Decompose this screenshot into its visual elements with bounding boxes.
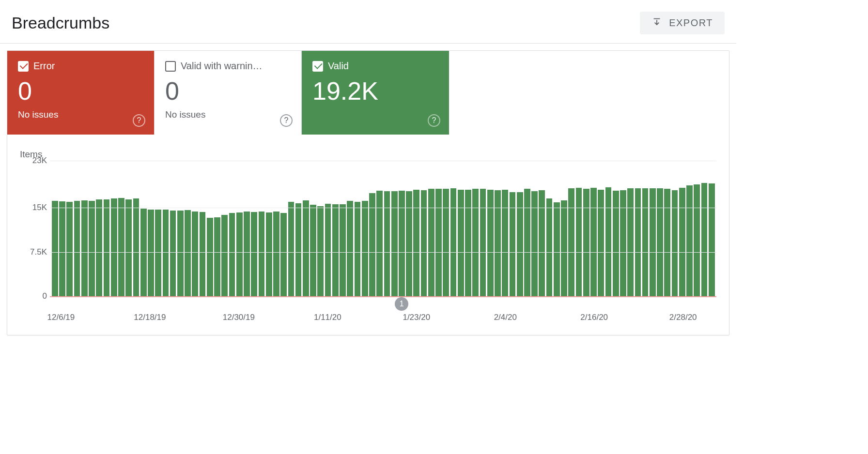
chart-bar [686, 185, 693, 296]
tab-warn-sub: No issues [165, 109, 291, 120]
x-tick-label: 1/23/20 [403, 313, 430, 322]
chart-bar [598, 190, 604, 296]
chart-y-label: Items [20, 149, 716, 160]
tab-valid-label: Valid [328, 61, 349, 72]
chart-bar [325, 204, 331, 296]
chart-bar [701, 183, 708, 296]
status-tabs: Error 0 No issues ? Valid with warnin… 0… [7, 51, 729, 135]
chart-bar [679, 188, 685, 296]
y-tick-label: 23K [20, 156, 47, 166]
y-tick-label: 0 [20, 291, 47, 301]
chart-bar [554, 202, 560, 296]
checkbox-unchecked-icon [165, 61, 176, 72]
tab-error[interactable]: Error 0 No issues ? [7, 51, 155, 135]
chart-bar [694, 184, 700, 296]
checkbox-checked-icon [18, 61, 29, 72]
chart-bar [576, 188, 582, 296]
chart-bar [531, 191, 538, 296]
chart-bar [709, 183, 715, 296]
tab-warn-value: 0 [165, 76, 291, 106]
chart-bar [369, 193, 375, 296]
chart-bar [59, 201, 65, 296]
chart-bar [642, 188, 649, 296]
chart-bar [347, 201, 353, 296]
chart-bar [428, 189, 434, 296]
chart-bar [259, 212, 265, 296]
x-tick-label: 12/30/19 [223, 313, 255, 322]
timeline-marker[interactable]: 1 [395, 297, 408, 311]
chart-bar [207, 218, 213, 296]
chart-bar [487, 190, 494, 296]
chart-bar [266, 212, 272, 296]
tab-error-label: Error [33, 61, 55, 72]
chart-bar [502, 190, 508, 296]
chart-bar [273, 212, 279, 296]
tab-error-sub: No issues [18, 109, 143, 120]
help-icon[interactable]: ? [280, 114, 293, 127]
chart-bar [155, 210, 161, 296]
chart-bar [495, 190, 501, 296]
chart-bar [185, 210, 191, 296]
tab-valid-value: 19.2K [312, 76, 438, 106]
chart-bar [332, 204, 339, 296]
chart-bar [280, 213, 287, 296]
checkbox-checked-icon [312, 61, 323, 72]
chart-bar [672, 190, 678, 296]
chart-bar [406, 191, 412, 296]
help-icon[interactable]: ? [428, 114, 440, 127]
chart-bar [435, 189, 442, 296]
chart-bar [118, 198, 124, 296]
chart-bar [465, 190, 471, 296]
chart-bar [583, 189, 589, 296]
chart-bar [340, 204, 346, 296]
chart-bar [443, 189, 449, 296]
tab-warn-label: Valid with warnin… [181, 61, 263, 72]
chart-bar [391, 191, 398, 296]
chart-bar [590, 188, 597, 296]
grid-line [50, 208, 716, 208]
chart-bar [244, 212, 250, 296]
chart-bar [317, 206, 324, 296]
chart-bar [472, 189, 479, 296]
chart-bar [74, 201, 80, 296]
tab-valid-with-warnings[interactable]: Valid with warnin… 0 No issues ? [155, 51, 302, 135]
x-tick-label: 2/4/20 [494, 313, 517, 322]
chart-bars [52, 161, 714, 296]
tab-error-value: 0 [18, 76, 143, 106]
chart-bar [170, 211, 176, 296]
chart-bar [421, 190, 427, 296]
chart-bar [627, 188, 634, 296]
chart-bar [657, 188, 663, 296]
grid-line [50, 161, 716, 161]
chart-bar [111, 198, 117, 296]
chart-bar [384, 191, 390, 296]
chart-bar [539, 190, 545, 296]
chart-bar [96, 199, 102, 296]
chart-bar [458, 190, 464, 296]
chart-bar [524, 189, 530, 296]
chart-bar [221, 215, 228, 296]
export-button[interactable]: EXPORT [640, 12, 725, 34]
chart-bar [561, 200, 567, 296]
chart-bar [362, 201, 368, 296]
chart-bar [66, 202, 73, 296]
download-icon [651, 16, 662, 30]
y-tick-label: 7.5K [20, 247, 47, 257]
page-header: Breadcrumbs EXPORT [0, 0, 736, 44]
chart-bar [229, 213, 235, 296]
chart-bar [355, 202, 361, 296]
chart-bar [200, 212, 206, 296]
x-tick-label: 2/28/20 [669, 313, 697, 322]
chart-bar [236, 212, 243, 296]
chart-bar [214, 217, 220, 296]
chart-x-axis: 12/6/1912/18/1912/30/191/11/201/23/202/4… [50, 296, 716, 323]
chart-bar [399, 191, 405, 296]
chart-bar [125, 199, 132, 296]
help-icon[interactable]: ? [133, 114, 145, 127]
chart-bar [450, 188, 457, 296]
tab-valid[interactable]: Valid 19.2K ? [302, 51, 449, 135]
chart-bar [148, 210, 154, 296]
chart-bar [664, 189, 670, 296]
chart-bar [376, 191, 383, 296]
chart-bar [52, 201, 58, 296]
